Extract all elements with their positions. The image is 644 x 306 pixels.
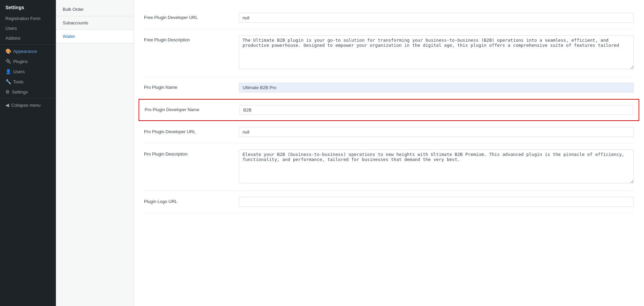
field-label-pro-plugin-developer-name: Pro Plugin Developer Name — [145, 105, 240, 112]
field-label-free-plugin-description: Free Plugin Description — [144, 35, 239, 42]
sidebar-item-label: Addons — [5, 36, 20, 41]
sidebar-item-tools[interactable]: 🔧 Tools — [0, 77, 56, 87]
form-row-free-plugin-description: Free Plugin Description — [144, 29, 634, 77]
sidebar-item-users[interactable]: Users — [0, 23, 56, 33]
form-row-plugin-logo-url: Plugin Logo URL — [144, 191, 634, 213]
field-wrap-pro-plugin-description — [239, 149, 634, 184]
pro-plugin-developer-url-input[interactable] — [239, 127, 634, 137]
collapse-icon: ◀ — [5, 102, 9, 108]
sidebar-item-addons[interactable]: Addons — [0, 33, 56, 43]
field-wrap-free-plugin-description — [239, 35, 634, 70]
sidebar-item-label: Plugins — [13, 59, 28, 64]
sidebar-item-label: Users — [5, 26, 17, 31]
sidebar-item-settings[interactable]: ⚙ Settings — [0, 87, 56, 97]
plugins-icon: 🔌 — [5, 59, 11, 64]
sidebar-item-label: Registration Form — [5, 16, 40, 21]
field-label-pro-plugin-name: Pro Plugin Name — [144, 83, 239, 90]
subnav-item-subaccounts[interactable]: Subaccounts — [56, 16, 133, 30]
field-wrap-pro-plugin-developer-name — [240, 105, 633, 115]
field-label-pro-plugin-description: Pro Plugin Description — [144, 149, 239, 157]
pro-plugin-description-textarea[interactable] — [239, 149, 634, 183]
sidebar-divider-2 — [0, 98, 56, 99]
form-row-pro-plugin-developer-url: Pro Plugin Developer URL — [144, 121, 634, 143]
field-label-free-plugin-developer-url: Free Plugin Developer URL — [144, 13, 239, 20]
free-plugin-developer-url-input[interactable] — [239, 13, 634, 23]
sidebar-item-label: Settings — [12, 89, 28, 95]
field-wrap-free-plugin-developer-url — [239, 13, 634, 23]
pro-plugin-developer-name-input[interactable] — [240, 105, 633, 115]
free-plugin-description-textarea[interactable] — [239, 35, 634, 69]
sidebar-item-label: Appearance — [13, 49, 37, 54]
sidebar-item-label: Users — [13, 69, 25, 74]
sidebar-item-users2[interactable]: 👤 Users — [0, 66, 56, 77]
settings-icon: ⚙ — [5, 89, 10, 95]
sidebar-item-label: Tools — [13, 79, 23, 84]
form-row-pro-plugin-description: Pro Plugin Description — [144, 143, 634, 191]
field-wrap-pro-plugin-developer-url — [239, 127, 634, 137]
form-row-pro-plugin-name: Pro Plugin Name — [144, 77, 634, 99]
field-wrap-plugin-logo-url — [239, 197, 634, 207]
subnav-item-wallet[interactable]: Wallet — [56, 30, 133, 43]
plugin-logo-url-input[interactable] — [239, 197, 634, 207]
form-row-pro-plugin-developer-name: Pro Plugin Developer Name — [139, 99, 639, 121]
form-row-free-plugin-developer-url: Free Plugin Developer URL — [144, 7, 634, 29]
appearance-icon: 🎨 — [5, 48, 11, 54]
sidebar-item-plugins[interactable]: 🔌 Plugins — [0, 56, 56, 66]
users-icon: 👤 — [5, 69, 11, 74]
subnav: Bulk Order Subaccounts Wallet — [56, 0, 134, 306]
field-label-plugin-logo-url: Plugin Logo URL — [144, 197, 239, 204]
sidebar-item-label: Collapse menu — [11, 103, 41, 108]
tools-icon: 🔧 — [5, 79, 11, 84]
field-wrap-pro-plugin-name — [239, 83, 634, 93]
sidebar-title: Settings — [0, 0, 56, 14]
sidebar-item-registration-form[interactable]: Registration Form — [0, 14, 56, 23]
pro-plugin-name-input[interactable] — [239, 83, 634, 93]
sidebar-item-collapse[interactable]: ◀ Collapse menu — [0, 100, 56, 110]
sidebar: Settings Registration Form Users Addons … — [0, 0, 56, 306]
sidebar-divider — [0, 44, 56, 45]
field-label-pro-plugin-developer-url: Pro Plugin Developer URL — [144, 127, 239, 134]
subnav-item-bulk-order[interactable]: Bulk Order — [56, 3, 133, 16]
main-content: Free Plugin Developer URL Free Plugin De… — [134, 0, 644, 306]
sidebar-item-appearance[interactable]: 🎨 Appearance — [0, 46, 56, 56]
